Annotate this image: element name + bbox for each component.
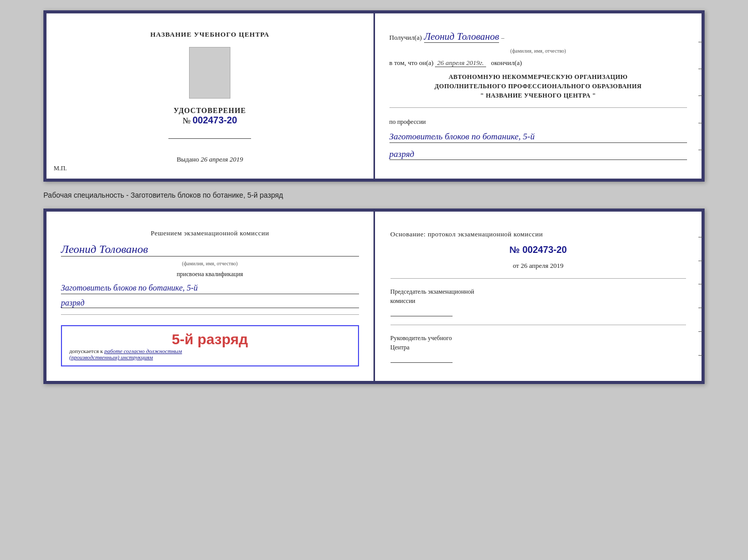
dopuskaetsya-label: допускается к <box>69 348 103 354</box>
protocol-number-line: № 002473-20 <box>391 245 687 255</box>
side-dashes2 <box>698 212 703 381</box>
chairman-block: Председатель экзаменационной комиссии <box>391 287 687 316</box>
org-line3: " НАЗВАНИЕ УЧЕБНОГО ЦЕНТРА " <box>389 91 688 100</box>
chairman-label: Председатель экзаменационной <box>391 287 687 296</box>
stamp-dopuskaetsya: допускается к работе согласно должностны… <box>69 348 351 354</box>
dash <box>698 308 703 308</box>
prisvoena-text: присвоена квалификация <box>61 270 359 278</box>
vydano-line: Выдано 26 апреля 2019 <box>177 155 243 164</box>
mp-label: М.П. <box>54 165 67 172</box>
doc2-right: Основание: протокол экзаменационной коми… <box>375 212 702 381</box>
dash <box>698 42 703 42</box>
document-2: Решением экзаменационной комиссии Леонид… <box>43 209 705 384</box>
doc2-left: Решением экзаменационной комиссии Леонид… <box>46 212 375 381</box>
razryad-value: разряд <box>389 149 688 160</box>
razryad2-value: разряд <box>61 298 359 308</box>
poluchil-label: Получил(а) <box>389 34 422 41</box>
professiya-value: Заготовитель блоков по ботанике, 5-й <box>389 131 688 143</box>
doc1-right: Получил(а) Леонид Толованов – (фамилия, … <box>375 13 702 179</box>
recipient-name: Леонид Толованов <box>424 31 500 43</box>
number-label: № <box>183 116 191 125</box>
person-name-large: Леонид Толованов <box>61 243 359 257</box>
name-caption2: (фамилия, имя, отчество) <box>61 261 359 266</box>
doc1-left: НАЗВАНИЕ УЧЕБНОГО ЦЕНТРА УДОСТОВЕРЕНИЕ №… <box>46 13 375 179</box>
professiya-label: по профессии <box>389 118 688 126</box>
dash <box>698 69 703 69</box>
udostoverenie-title: УДОСТОВЕРЕНИЕ <box>174 107 246 115</box>
dash <box>698 355 703 356</box>
stamp-razryad: 5-й разряд <box>69 331 351 348</box>
ot-label: от <box>513 262 519 269</box>
name-caption: (фамилия, имя, отчество) <box>389 48 688 54</box>
dash <box>698 237 703 237</box>
okonchil-label: окончил(а) <box>491 59 522 67</box>
stamp-instruktsii: (производственным) инструкциям <box>69 354 351 360</box>
vydano-date: 26 апреля 2019 <box>200 155 243 163</box>
number-label2: № <box>509 245 520 255</box>
rukovoditel-signature-line <box>391 362 453 363</box>
org-line2: ДОПОЛНИТЕЛЬНОГО ПРОФЕССИОНАЛЬНОГО ОБРАЗО… <box>389 82 688 91</box>
stamp-box: 5-й разряд допускается к работе согласно… <box>61 325 359 366</box>
ot-date-line: от 26 апреля 2019 <box>391 262 687 270</box>
udostoverenie-number: 002473-20 <box>193 115 237 125</box>
dash <box>698 123 703 123</box>
work-text: работе согласно должностным <box>104 348 182 354</box>
specialty-label: Рабочая специальность - Заготовитель бло… <box>43 191 705 199</box>
poluchil-line: Получил(а) Леонид Толованов – <box>389 31 688 43</box>
chairman-signature-line <box>391 316 453 316</box>
document-1: НАЗВАНИЕ УЧЕБНОГО ЦЕНТРА УДОСТОВЕРЕНИЕ №… <box>43 10 705 182</box>
dash <box>698 284 703 284</box>
rukovoditel-label2: Центра <box>391 343 687 352</box>
org-block: АВТОНОМНУЮ НЕКОММЕРЧЕСКУЮ ОРГАНИЗАЦИЮ ДО… <box>389 72 688 100</box>
vydano-label: Выдано <box>177 155 199 163</box>
dash <box>698 331 703 332</box>
instruktsii-text: (производственным) инструкциям <box>69 354 153 360</box>
vtom-date: 26 апреля 2019г. <box>435 59 486 67</box>
vtom-line: в том, что он(а) 26 апреля 2019г. окончи… <box>389 59 688 67</box>
osnovanie-text: Основание: протокол экзаменационной коми… <box>391 230 687 238</box>
ot-date: 26 апреля 2019 <box>521 262 564 269</box>
org-line1: АВТОНОМНУЮ НЕКОММЕРЧЕСКУЮ ОРГАНИЗАЦИЮ <box>389 72 688 82</box>
udostoverenie-block: УДОСТОВЕРЕНИЕ № 002473-20 <box>174 107 246 126</box>
dash <box>698 150 703 150</box>
resheniem-text: Решением экзаменационной комиссии <box>61 228 359 238</box>
protocol-number: 002473-20 <box>522 245 567 255</box>
doc1-title: НАЗВАНИЕ УЧЕБНОГО ЦЕНТРА <box>150 30 270 39</box>
rukovoditel-label: Руководитель учебного <box>391 333 687 343</box>
udostoverenie-number-line: № 002473-20 <box>174 115 246 126</box>
rukovoditel-block: Руководитель учебного Центра <box>391 333 687 363</box>
dash <box>698 95 703 96</box>
side-dashes <box>698 13 703 179</box>
kvalif-value: Заготовитель блоков по ботанике, 5-й <box>61 282 359 294</box>
vtom-label: в том, что он(а) <box>389 59 434 67</box>
chairman-label2: комиссии <box>391 296 687 306</box>
dash <box>698 261 703 261</box>
photo-placeholder <box>189 47 230 99</box>
